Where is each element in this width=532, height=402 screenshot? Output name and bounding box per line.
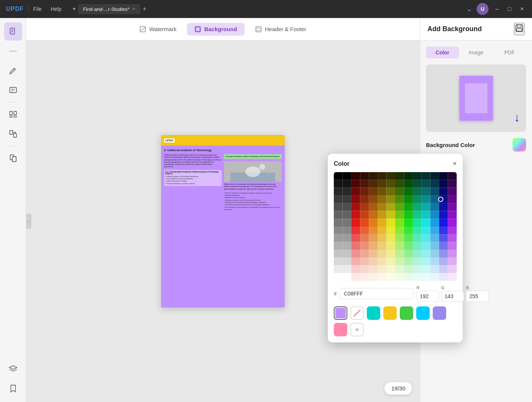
sidebar-item-read[interactable] — [4, 22, 22, 40]
new-tab-btn[interactable]: + — [142, 5, 146, 13]
extract-icon — [9, 154, 18, 163]
titlebar-right: ⌄ U – □ × — [466, 3, 526, 15]
tab-dropdown-icon[interactable]: ▼ — [72, 6, 76, 12]
svg-point-26 — [259, 164, 265, 170]
hex-row: # R G B — [334, 285, 457, 302]
color-picker-header: Color × — [334, 160, 457, 168]
hex-label: # — [334, 291, 337, 297]
divider-1 — [28, 5, 29, 13]
sidebar-item-edit[interactable] — [4, 62, 22, 80]
maximize-btn[interactable]: □ — [505, 6, 514, 12]
avatar[interactable]: U — [477, 3, 489, 15]
titlebar: UPDF File Help ▼ Find-and-...r-Studies* … — [0, 0, 532, 18]
sidebar — [0, 18, 26, 402]
sidebar-item-bookmark[interactable] — [4, 380, 22, 398]
organize-icon — [9, 110, 18, 119]
header-footer-icon — [255, 26, 262, 33]
tab-label: Find-and-...r-Studies* — [83, 6, 130, 12]
svg-rect-21 — [196, 28, 199, 31]
sidebar-item-layers[interactable] — [4, 360, 22, 378]
swatch-purple[interactable] — [334, 306, 347, 320]
pdf-image-svg — [224, 161, 282, 182]
g-group: G — [441, 285, 464, 302]
chevron-down-icon[interactable]: ⌄ — [466, 5, 472, 13]
svg-rect-5 — [10, 87, 16, 93]
pdf-right-col: Coverage Provided by Caltech Scholarship… — [224, 154, 282, 211]
b-input[interactable] — [466, 291, 489, 302]
sidebar-item-annotate[interactable] — [4, 81, 22, 99]
r-group: R — [417, 285, 439, 302]
svg-point-28 — [245, 166, 260, 177]
pdf-columns: California Institute of Technology doesn… — [164, 154, 282, 211]
svg-rect-30 — [517, 25, 521, 27]
swatch-green[interactable] — [400, 306, 413, 320]
panel-preview: ↓ — [426, 64, 526, 132]
swatches-row: + — [334, 306, 457, 336]
tab-bar: ▼ Find-and-...r-Studies* × + — [72, 4, 146, 14]
swatch-teal[interactable] — [367, 306, 380, 320]
pdf-list-box: List of Scholarships Provided by Califor… — [164, 170, 222, 186]
tab-close-btn[interactable]: × — [132, 6, 135, 12]
color-picker-close-btn[interactable]: × — [453, 160, 457, 168]
hex-input[interactable] — [340, 288, 414, 299]
watermark-btn[interactable]: Watermark — [132, 23, 184, 36]
sidebar-item-convert[interactable] — [4, 125, 22, 143]
svg-rect-10 — [10, 116, 12, 117]
swatch-pink[interactable] — [334, 323, 347, 336]
menu-bar: File Help — [33, 6, 61, 12]
tab-color[interactable]: Color — [426, 46, 459, 58]
svg-rect-9 — [14, 111, 16, 115]
sidebar-item-extract[interactable] — [4, 149, 22, 167]
svg-rect-12 — [10, 130, 13, 134]
header-footer-btn[interactable]: Header & Footer — [248, 23, 314, 36]
active-tab[interactable]: Find-and-...r-Studies* × — [78, 4, 140, 14]
bookmark-icon — [9, 384, 18, 393]
swatch-lavender[interactable] — [433, 306, 446, 320]
pdf-left-col: California Institute of Technology doesn… — [164, 154, 222, 211]
color-swatch-picker-btn[interactable] — [513, 138, 526, 152]
divider-icon — [9, 51, 17, 52]
swatch-cyan[interactable] — [416, 306, 430, 320]
pdf-right-text: Different kinds of scholarships and fina… — [224, 183, 282, 190]
pdf-right-bullet-7: • Free residence in the dormitory or ren… — [224, 206, 282, 211]
save-icon — [515, 24, 524, 33]
watermark-label: Watermark — [149, 26, 176, 32]
panel-save-btn[interactable] — [514, 23, 525, 35]
edit-icon — [9, 66, 18, 75]
swatch-none[interactable] — [350, 306, 364, 320]
r-input[interactable] — [417, 291, 439, 302]
minimize-btn[interactable]: – — [493, 6, 501, 12]
background-icon — [194, 26, 201, 33]
app-logo: UPDF — [6, 6, 24, 12]
layers-icon — [9, 364, 18, 374]
color-canvas[interactable] — [334, 172, 457, 281]
background-btn[interactable]: Background — [187, 23, 245, 36]
panel-title: Add Background — [427, 25, 482, 33]
b-group: B — [466, 285, 489, 302]
panel-tabs: Color Image PDF — [426, 46, 526, 58]
close-btn[interactable]: × — [518, 6, 526, 12]
g-label: G — [441, 285, 464, 290]
pdf-title: 6. California Institute of Technology — [164, 148, 282, 152]
tab-pdf[interactable]: PDF — [493, 46, 526, 58]
pdf-body: 6. California Institute of Technology Ca… — [161, 146, 285, 308]
menu-help[interactable]: Help — [51, 6, 61, 12]
color-gradient-area[interactable] — [334, 172, 457, 281]
svg-marker-17 — [9, 366, 17, 369]
collapse-panel-btn[interactable]: ‹ — [26, 214, 31, 229]
color-picker-popup: Color × # R G B — [328, 154, 463, 342]
b-label: B — [466, 285, 489, 290]
svg-rect-8 — [10, 111, 12, 115]
panel-color-label: Background Color — [426, 138, 526, 152]
sidebar-item-organize[interactable] — [4, 105, 22, 123]
svg-rect-13 — [13, 134, 16, 137]
swatch-yellow[interactable] — [383, 306, 397, 320]
pdf-list-title: List of Scholarships Provided by Califor… — [165, 171, 221, 175]
annotate-icon — [9, 86, 18, 94]
tab-image[interactable]: Image — [460, 46, 493, 58]
pdf-body-text: California Institute of Technology doesn… — [164, 154, 222, 168]
menu-file[interactable]: File — [33, 6, 42, 12]
pdf-coverage-box: Coverage Provided by Caltech Scholarship… — [224, 154, 282, 159]
swatch-add-btn[interactable]: + — [350, 323, 364, 336]
g-input[interactable] — [441, 291, 464, 302]
